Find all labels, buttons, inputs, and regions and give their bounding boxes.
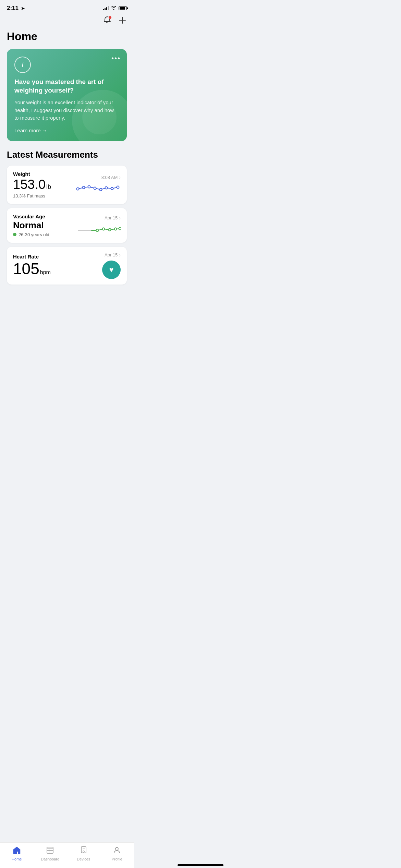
- svg-point-4: [100, 189, 102, 191]
- svg-point-0: [77, 188, 79, 190]
- heart-rate-value: 105bpm: [13, 260, 102, 278]
- weight-card[interactable]: Weight 153.0lb 13.3% Fat mass 8:08 AM ›: [7, 166, 127, 204]
- svg-point-10: [102, 228, 105, 230]
- svg-point-12: [114, 228, 117, 230]
- svg-point-7: [117, 186, 119, 189]
- weight-label: Weight: [13, 171, 76, 177]
- chevron-right-icon: ›: [119, 174, 121, 180]
- status-time: 2:11 ➤: [7, 5, 25, 12]
- vascular-time: Apr 15 ›: [105, 215, 121, 221]
- vascular-value: Normal: [13, 220, 76, 231]
- heart-icon-circle: ♥: [102, 261, 121, 279]
- promo-title: Have you mastered the art of weighing yo…: [14, 78, 119, 95]
- svg-point-11: [109, 228, 111, 231]
- svg-point-13: [119, 227, 121, 230]
- add-button[interactable]: [118, 16, 127, 27]
- chevron-right-icon: ›: [119, 252, 121, 258]
- heart-rate-time: Apr 15 ›: [105, 252, 121, 258]
- battery-icon: [119, 6, 127, 10]
- vascular-age-card[interactable]: Vascular Age Normal 26-30 years old Apr …: [7, 208, 127, 243]
- status-icons: [103, 6, 127, 11]
- weight-sub: 13.3% Fat mass: [13, 193, 76, 198]
- svg-point-3: [94, 187, 96, 190]
- vascular-label: Vascular Age: [13, 214, 76, 219]
- weight-value: 153.0lb: [13, 178, 76, 192]
- svg-point-6: [111, 188, 113, 190]
- vascular-chart: [76, 224, 121, 236]
- page-title: Home: [0, 30, 134, 49]
- chevron-right-icon: ›: [119, 215, 121, 221]
- info-icon: i: [14, 57, 31, 73]
- status-green-dot: [13, 233, 16, 236]
- notification-bell[interactable]: [103, 16, 112, 27]
- promo-card: ••• i Have you mastered the art of weigh…: [7, 49, 127, 141]
- heart-rate-card[interactable]: Heart Rate 105bpm Apr 15 › ♥: [7, 247, 127, 285]
- svg-point-1: [83, 186, 85, 189]
- header-actions: [0, 14, 134, 30]
- svg-point-9: [96, 229, 99, 231]
- notification-dot: [108, 16, 112, 19]
- weight-time: 8:08 AM ›: [101, 174, 121, 180]
- heart-rate-label: Heart Rate: [13, 254, 102, 260]
- weight-chart: [76, 183, 121, 195]
- signal-icon: [103, 6, 109, 10]
- heart-icon: ♥: [109, 265, 113, 274]
- vascular-sub: 26-30 years old: [13, 232, 76, 237]
- location-icon: ➤: [21, 6, 25, 11]
- section-title-measurements: Latest Measurements: [0, 149, 134, 166]
- learn-more-link[interactable]: Learn more →: [14, 128, 47, 133]
- promo-menu-button[interactable]: •••: [111, 55, 121, 62]
- wifi-icon: [111, 6, 117, 11]
- svg-point-2: [88, 186, 90, 188]
- promo-description: Your weight is an excellent indicator of…: [14, 99, 119, 122]
- svg-point-5: [105, 187, 108, 189]
- status-bar: 2:11 ➤: [0, 0, 134, 14]
